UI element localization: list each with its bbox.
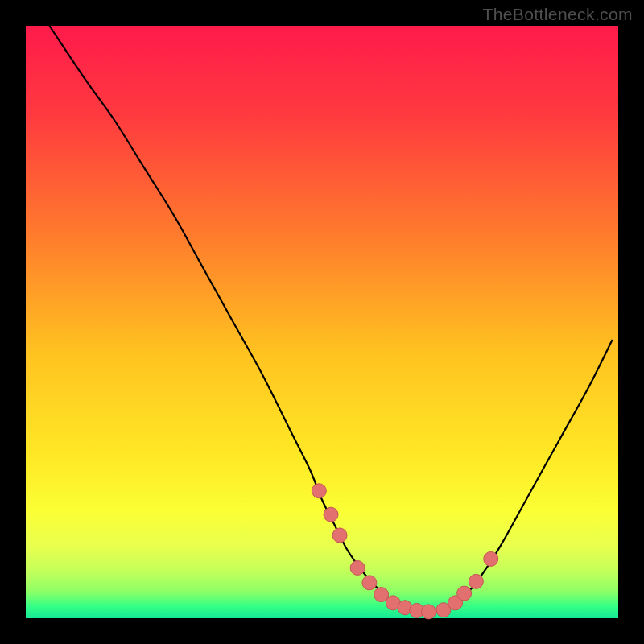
curve-marker bbox=[362, 576, 377, 590]
curve-marker bbox=[312, 484, 326, 498]
curve-marker bbox=[457, 586, 472, 601]
watermark-text: TheBottleneck.com bbox=[482, 5, 633, 24]
curve-marker bbox=[324, 507, 338, 522]
curve-marker bbox=[484, 551, 498, 566]
curve-marker bbox=[469, 574, 483, 588]
bottleneck-chart bbox=[0, 0, 644, 644]
curve-marker bbox=[350, 560, 365, 575]
gradient-background bbox=[26, 26, 618, 618]
curve-marker bbox=[421, 605, 436, 619]
curve-marker bbox=[332, 528, 347, 543]
